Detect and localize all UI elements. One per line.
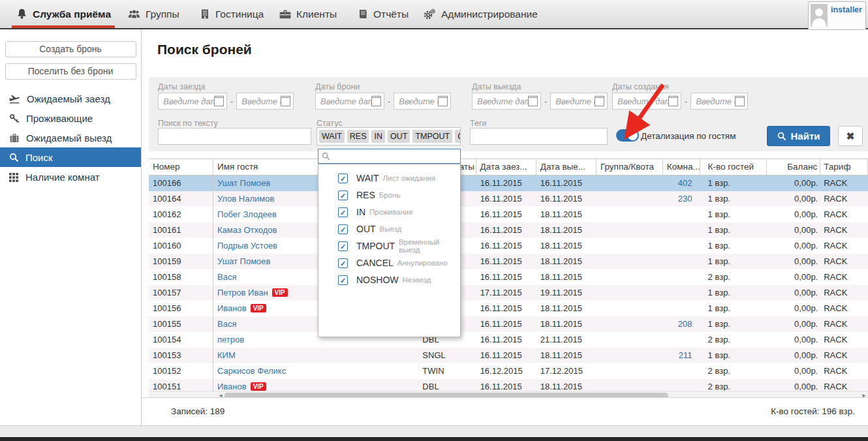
checkbox-checked-icon[interactable]: ✓ (338, 275, 348, 285)
column-header-guest-count[interactable]: К-во гостей (700, 159, 767, 175)
sidebar-item-in-house[interactable]: Проживающие (0, 108, 141, 128)
checkbox-checked-icon[interactable]: ✓ (338, 207, 348, 217)
column-header-arrival[interactable]: Дата заез... (476, 159, 536, 175)
sidebar-item-expected-departure[interactable]: Ожидаемый выезд (0, 128, 141, 147)
guest-name-link[interactable]: Ушат Помоев (217, 256, 271, 266)
guest-name-link[interactable]: Подрыв Устоев (217, 241, 277, 251)
table-row[interactable]: 100151 ИвановVIP DBL 16.11.2015 18.11.20… (149, 379, 868, 391)
calendar-icon[interactable] (735, 96, 745, 106)
guest-name-link[interactable]: Вася (217, 272, 236, 282)
user-account-box[interactable]: installer (808, 1, 866, 30)
creation-date-to-input[interactable]: Введите дат (690, 93, 748, 110)
status-chip[interactable]: OUT (388, 130, 410, 143)
key-icon (9, 114, 20, 123)
status-option[interactable]: ✓ IN Проживание (318, 204, 460, 220)
table-row[interactable]: 100157 Петров ИванVIP 17.11.2015 19.11.2… (149, 285, 868, 301)
arrival-date-from-input[interactable]: Введите дату (158, 93, 227, 110)
column-header-room[interactable]: Комна... (663, 159, 700, 175)
calendar-icon[interactable] (438, 96, 448, 106)
calendar-icon[interactable] (281, 96, 290, 106)
clear-filters-button[interactable]: ✖ (838, 126, 863, 146)
guest-name-link[interactable]: Побег Злодеев (217, 209, 277, 219)
status-chip[interactable]: TMPOUT (412, 130, 452, 143)
column-header-number[interactable]: Номер (149, 159, 213, 175)
status-chip[interactable]: WAIT (319, 130, 345, 143)
booking-date-from-input[interactable]: Введите дату (315, 93, 384, 110)
find-button[interactable]: Найти (767, 126, 830, 146)
guest-detail-toggle[interactable] (616, 129, 639, 142)
table-row[interactable]: 100154 петров DBL 16.11.2015 21.11.2015 … (149, 332, 868, 348)
text-search-input[interactable] (158, 128, 311, 145)
sidebar-item-search[interactable]: Поиск (0, 147, 141, 167)
table-row[interactable]: 100152 Саркисов Феликс TWIN 16.12.2015 1… (149, 363, 868, 379)
checkbox-checked-icon[interactable]: ✓ (338, 241, 348, 251)
booking-date-to-input[interactable]: Введите дат (394, 93, 451, 110)
status-dropdown-search-input[interactable] (333, 151, 460, 162)
guest-name-link[interactable]: КИМ (217, 350, 236, 360)
tab-groups[interactable]: Группы (128, 0, 179, 28)
table-row[interactable]: 100164 Улов Налимов 16.11.2015 16.11.201… (149, 191, 868, 207)
column-header-group-quota[interactable]: Группа/Квота (597, 159, 663, 175)
table-row[interactable]: 100155 Вася 16.11.2015 18.11.2015 208 1 … (149, 316, 868, 332)
status-chip[interactable]: CANCEL (455, 130, 461, 143)
status-chip[interactable]: RES (347, 130, 369, 143)
table-row[interactable]: 100166 Ушат Помоев 16.11.2015 16.11.2015… (149, 175, 868, 191)
tab-reports[interactable]: Отчёты (358, 0, 409, 28)
status-chip[interactable]: IN (371, 130, 385, 143)
tab-front-desk[interactable]: Служба приёма (16, 0, 111, 28)
departure-date-to-input[interactable]: Введите дат (550, 93, 608, 110)
checkbox-checked-icon[interactable]: ✓ (338, 258, 348, 268)
status-option[interactable]: ✓ OUT Выезд (318, 220, 460, 237)
table-row[interactable]: 100158 Вася 16.11.2015 18.11.2015 2 взр.… (149, 269, 868, 285)
status-option[interactable]: ✓ NOSHOW Незаезд (318, 271, 460, 288)
tags-input[interactable] (470, 128, 608, 145)
create-booking-button[interactable]: Создать бронь (5, 41, 136, 57)
placeholder: Введите дату (163, 97, 214, 106)
sidebar-item-room-availability[interactable]: Наличие комнат (0, 167, 141, 187)
cell-balance: 0,00р. (767, 379, 821, 391)
status-dropdown-search[interactable] (318, 149, 461, 164)
checkbox-checked-icon[interactable]: ✓ (338, 190, 348, 200)
table-row[interactable]: 100161 Камаз Отходов 16.11.2015 18.11.20… (149, 222, 868, 238)
tab-hotel[interactable]: Гостиница (200, 0, 264, 28)
guest-name-link[interactable]: петров (217, 335, 244, 344)
table-row[interactable]: 100159 Ушат Помоев 16.11.2015 18.11.2015… (149, 254, 868, 269)
arrival-date-to-input[interactable]: Введите дат (236, 93, 294, 110)
table-row[interactable]: 100160 Подрыв Устоев 16.11.2015 18.11.20… (149, 238, 868, 254)
table-row[interactable]: 100153 КИМ SNGL 16.11.2015 18.11.2015 21… (149, 348, 868, 363)
guest-name-link[interactable]: Вася (217, 319, 236, 329)
calendar-icon[interactable] (214, 96, 224, 106)
cell-rate: RACK (820, 269, 868, 285)
guest-name-link[interactable]: Ушат Помоев (217, 178, 271, 188)
status-option[interactable]: ✓ CANCEL Аннулировано (318, 254, 460, 271)
creation-date-from-input[interactable]: Введите дату (612, 93, 681, 110)
status-option[interactable]: ✓ WAIT Лист ожидания (318, 170, 460, 187)
guest-name-link[interactable]: Улов Налимов (217, 194, 274, 204)
column-header-departure[interactable]: Дата вые... (536, 159, 597, 175)
tab-clients[interactable]: Клиенты (279, 0, 337, 28)
status-option[interactable]: ✓ RES Бронь (318, 187, 460, 204)
guest-name-link[interactable]: Иванов (217, 303, 247, 313)
checkbox-checked-icon[interactable]: ✓ (338, 224, 348, 234)
checkbox-checked-icon[interactable]: ✓ (338, 174, 348, 183)
calendar-icon[interactable] (668, 96, 678, 106)
guest-name-link[interactable]: Камаз Отходов (217, 225, 277, 235)
departure-date-from-input[interactable]: Введите дату (472, 93, 541, 110)
column-header-rate[interactable]: Тариф (820, 159, 868, 175)
status-multiselect[interactable]: WAITRESINOUTTMPOUTCANCEL (317, 127, 461, 145)
sidebar-item-expected-arrival[interactable]: Ожидаемый заезд (0, 89, 141, 108)
guest-name-link[interactable]: Петров Иван (217, 288, 268, 297)
table-row[interactable]: 100162 Побег Злодеев 16.11.2015 18.11.20… (149, 207, 868, 222)
guest-name-link[interactable]: Иванов (217, 382, 247, 391)
calendar-icon[interactable] (595, 96, 604, 106)
status-option[interactable]: ✓ TMPOUT Временный выезд (318, 237, 460, 254)
calendar-icon[interactable] (528, 96, 538, 106)
tab-administration[interactable]: Администрирование (423, 0, 538, 28)
cell-rate: RACK (820, 285, 868, 301)
guest-name-link[interactable]: Саркисов Феликс (217, 366, 286, 376)
status-option-code: IN (356, 207, 365, 217)
calendar-icon[interactable] (371, 96, 381, 106)
table-row[interactable]: 100156 ИвановVIP 16.11.2015 18.11.2015 1… (149, 301, 868, 316)
checkin-without-booking-button[interactable]: Поселить без брони (5, 63, 136, 80)
column-header-balance[interactable]: Баланс (767, 159, 821, 175)
